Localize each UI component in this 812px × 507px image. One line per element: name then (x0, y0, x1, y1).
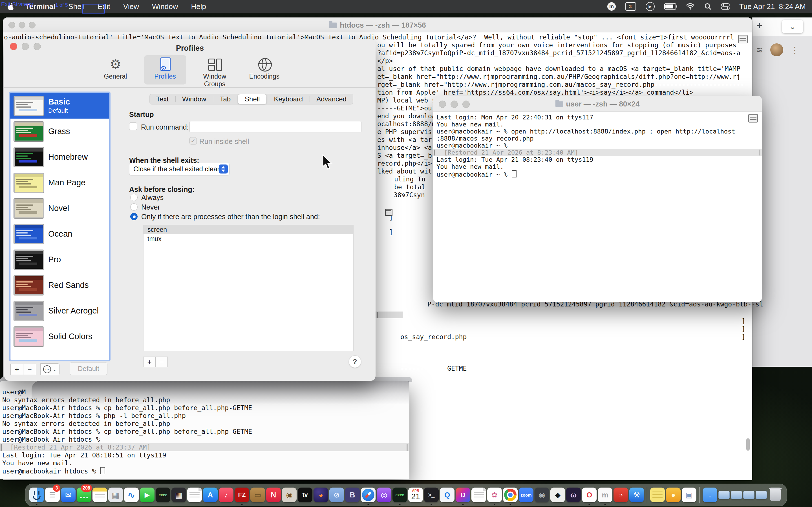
user-terminal-window[interactable]: user — -zsh — 80×24 Last login: Mon Apr … (433, 96, 762, 302)
dock-item-app-store[interactable]: A (202, 484, 218, 506)
dock-item-downloads[interactable]: ↓ (702, 484, 718, 506)
dock-item-slideshow[interactable]: ▣ (681, 484, 697, 506)
profile-list[interactable]: BasicDefaultGrassHomebrewMan PageNovelOc… (10, 93, 109, 360)
radio-only-if-ther[interactable]: Only if there are processes other than t… (130, 212, 361, 221)
profiles-settings-window[interactable]: Profiles ⚙General⚙ProfilesWindow GroupsE… (4, 39, 375, 381)
search-icon[interactable] (704, 3, 712, 10)
toolbar-window-groups[interactable]: Window Groups (194, 55, 236, 84)
dock-item-blocked[interactable]: ⊘ (329, 484, 345, 506)
toolbar-general[interactable]: ⚙General (94, 55, 137, 84)
help-button[interactable]: ? (349, 355, 361, 368)
dock-item-cat-game[interactable]: ω (566, 484, 581, 506)
add-process-button[interactable]: + (143, 356, 156, 367)
tab-advanced[interactable]: Advanced (310, 94, 353, 104)
keyboard-viewer-icon[interactable]: ⌘ (625, 2, 636, 11)
dock-item-safari[interactable] (360, 484, 376, 506)
dock-item-freeform[interactable]: ∿ (123, 484, 139, 506)
profile-row-solid-colors[interactable]: Solid Colors (10, 324, 109, 349)
dock-item-firefox[interactable]: ◕ (313, 484, 329, 506)
dock-item-xcode[interactable]: ⚒ (629, 484, 645, 506)
tab-keyboard[interactable]: Keyboard (267, 94, 310, 104)
dock-item-intellij[interactable]: IJ (455, 484, 471, 506)
process-row[interactable]: screen (144, 225, 353, 234)
dock-item-lens[interactable]: ◉ (534, 484, 550, 506)
profile-row-homebrew[interactable]: Homebrew (10, 144, 109, 170)
profile-row-basic[interactable]: BasicDefault (10, 93, 109, 119)
dock-item-facetime[interactable]: ▶ (139, 484, 155, 506)
add-profile-button[interactable]: + (10, 363, 23, 375)
dock-item-reminders[interactable]: ☰3 (45, 484, 60, 506)
radio-never[interactable]: Never (130, 202, 361, 212)
control-center-icon[interactable] (721, 3, 730, 10)
dock-item-notes[interactable] (92, 484, 108, 506)
dock-item-xterm[interactable]: exec (392, 484, 408, 506)
dock-item-gimp[interactable]: ◉ (282, 484, 297, 506)
menu-clock[interactable]: Tue Apr 21 8:24 AM (739, 2, 806, 11)
tab-text[interactable]: Text (149, 94, 175, 104)
htdocs-titlebar[interactable]: htdocs — -zsh — 187×56 (3, 17, 752, 33)
menu-view[interactable]: View (117, 2, 145, 11)
dock-item-mini-chrome[interactable] (755, 484, 767, 506)
tab-window[interactable]: Window (175, 94, 213, 104)
dock-item-quicktime[interactable]: Q (439, 484, 455, 506)
run-command-checkbox[interactable] (129, 122, 137, 130)
menu-help[interactable]: Help (185, 2, 212, 11)
dock-item-mini-window-1[interactable] (718, 484, 730, 506)
dock-item-zoom[interactable]: zoom (518, 484, 534, 506)
user-titlebar[interactable]: user — -zsh — 80×24 (433, 96, 762, 112)
dock-item-paint[interactable]: ✿ (487, 484, 502, 506)
profile-row-novel[interactable]: Novel (10, 195, 109, 221)
battery-icon[interactable] (664, 3, 676, 10)
dock-item-inkscape[interactable]: ◆ (550, 484, 566, 506)
dock-item-music[interactable]: ♪ (218, 484, 234, 506)
remove-process-button[interactable]: − (155, 356, 168, 367)
dock-item-podcasts[interactable]: ◎ (376, 484, 392, 506)
dock-item-news[interactable]: N (266, 484, 282, 506)
dock-item-x11-terminal[interactable]: exec (155, 484, 171, 506)
new-tab-plus-icon[interactable]: + (756, 20, 762, 32)
dock-item-mail[interactable]: ✉ (60, 484, 76, 506)
profile-row-man-page[interactable]: Man Page (10, 170, 109, 195)
toolbar-encodings[interactable]: Encodings (243, 55, 286, 84)
default-button[interactable]: Default (70, 362, 107, 375)
scrollbar-thumb[interactable] (746, 438, 750, 451)
profile-row-ocean[interactable]: Ocean (10, 221, 109, 247)
dock-item-bulb[interactable]: ● (665, 484, 681, 506)
tab-tab[interactable]: Tab (213, 94, 238, 104)
more-options-button[interactable]: ⋯ ⌄ (40, 363, 59, 375)
bottom-terminal-window[interactable]: user@MNo syntax errors detected in befor… (0, 381, 409, 480)
dock-item-textedit-2[interactable] (471, 484, 487, 506)
radio-always[interactable]: Always (130, 193, 361, 202)
run-command-input[interactable] (190, 121, 361, 132)
avatar[interactable] (770, 43, 783, 56)
dock-item-suitcase[interactable]: ▭ (250, 484, 266, 506)
profile-row-red-sands[interactable]: Red Sands (10, 272, 109, 298)
dock-item-filezilla[interactable]: FZ (234, 484, 250, 506)
dock-item-terminal[interactable]: >_ (423, 484, 439, 506)
dock-item-apple-tv[interactable]: tv (297, 484, 313, 506)
process-list[interactable]: screentmux (143, 225, 354, 351)
play-icon[interactable]: ▶ (646, 2, 655, 11)
dock-item-opera[interactable]: O (581, 484, 597, 506)
dock-item-launchpad[interactable]: ▦ (108, 484, 123, 506)
toolbar-profiles[interactable]: ⚙Profiles (144, 55, 186, 84)
run-inside-shell-checkbox[interactable]: ✓ (190, 137, 197, 145)
dock-item-trash[interactable] (767, 484, 783, 506)
dock-item-keypad[interactable]: ▦ (171, 484, 187, 506)
dock-item-textedit[interactable] (187, 484, 202, 506)
kebab-menu-icon[interactable]: ⋮ (791, 45, 799, 55)
dock-item-mini-window-3[interactable] (743, 484, 755, 506)
tab-shell[interactable]: Shell (238, 94, 266, 104)
dock-item-calendar[interactable]: APR21 (408, 484, 423, 506)
wifi-icon[interactable] (686, 3, 695, 10)
dock-item-bbedit[interactable]: B (345, 484, 360, 506)
remove-profile-button[interactable]: − (23, 363, 36, 375)
profile-row-silver-aerogel[interactable]: Silver Aerogel (10, 298, 109, 324)
profile-row-grass[interactable]: Grass (10, 119, 109, 144)
app-status-icon[interactable]: m (607, 2, 616, 11)
chevron-down-button[interactable]: ⌄ (782, 20, 803, 33)
shell-exit-popup[interactable]: Close if the shell exited cleanly (129, 163, 230, 175)
dock-item-finder[interactable] (29, 484, 45, 506)
dock-item-mamp[interactable]: m (597, 484, 613, 506)
menu-window[interactable]: Window (146, 2, 184, 11)
